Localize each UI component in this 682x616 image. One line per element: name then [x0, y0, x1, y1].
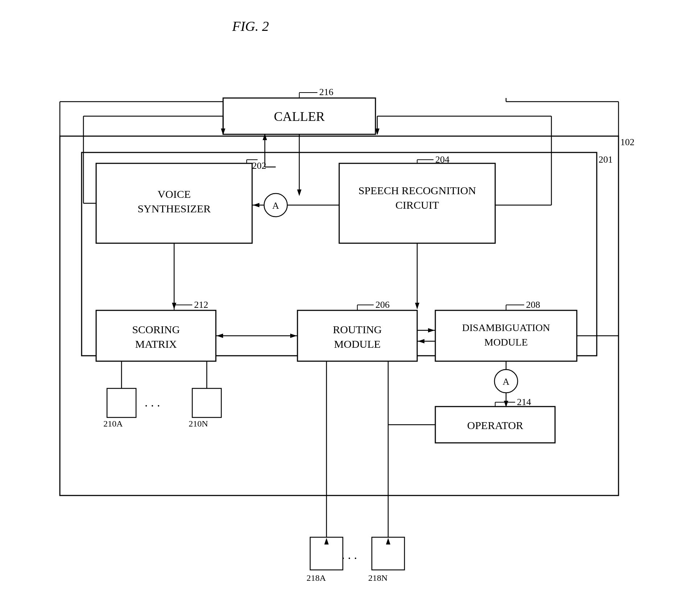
ref-216: 216 — [319, 87, 333, 97]
ref-212: 212 — [194, 299, 208, 310]
node-210a-box — [107, 388, 136, 417]
disambiguation-box — [435, 310, 577, 361]
ref-214: 214 — [517, 397, 531, 407]
dots-210: . . . — [145, 396, 160, 409]
ref-210n: 210N — [189, 419, 208, 428]
voice-synthesizer-label-2: SYNTHESIZER — [137, 203, 211, 215]
diagram-container: FIG. 2 CALLER 216 102 201 VOICE SYNTHESI… — [0, 0, 682, 616]
scoring-matrix-label-2: MATRIX — [135, 338, 177, 350]
node-210n-box — [192, 388, 221, 417]
ref-102: 102 — [620, 137, 634, 147]
routing-module-box — [297, 310, 417, 361]
speech-recognition-label-2: CIRCUIT — [395, 199, 439, 211]
speech-recognition-label-1: SPEECH RECOGNITION — [358, 184, 476, 196]
ref-202: 202 — [252, 160, 266, 171]
circle-a-2-label: A — [503, 376, 510, 387]
voice-synthesizer-label-1: VOICE — [157, 188, 191, 200]
circle-a-1-label: A — [272, 200, 279, 211]
ref-208: 208 — [526, 299, 540, 310]
ref-210a: 210A — [103, 419, 123, 428]
operator-label: OPERATOR — [467, 419, 523, 431]
disambiguation-label-1: DISAMBIGUATION — [462, 322, 550, 333]
ref-204: 204 — [435, 154, 449, 165]
ref-218a: 218A — [307, 573, 326, 583]
routing-module-label-2: MODULE — [334, 338, 381, 350]
dots-218: . . . — [342, 548, 357, 562]
ref-218n: 218N — [368, 573, 387, 583]
figure-title: FIG. 2 — [232, 19, 269, 34]
caller-label: CALLER — [274, 109, 325, 124]
disambiguation-label-2: MODULE — [484, 336, 528, 348]
ref-201: 201 — [599, 154, 613, 165]
routing-module-label-1: ROUTING — [333, 323, 382, 335]
scoring-matrix-box — [96, 310, 216, 361]
scoring-matrix-label-1: SCORING — [132, 323, 180, 335]
ref-206: 206 — [375, 299, 390, 310]
